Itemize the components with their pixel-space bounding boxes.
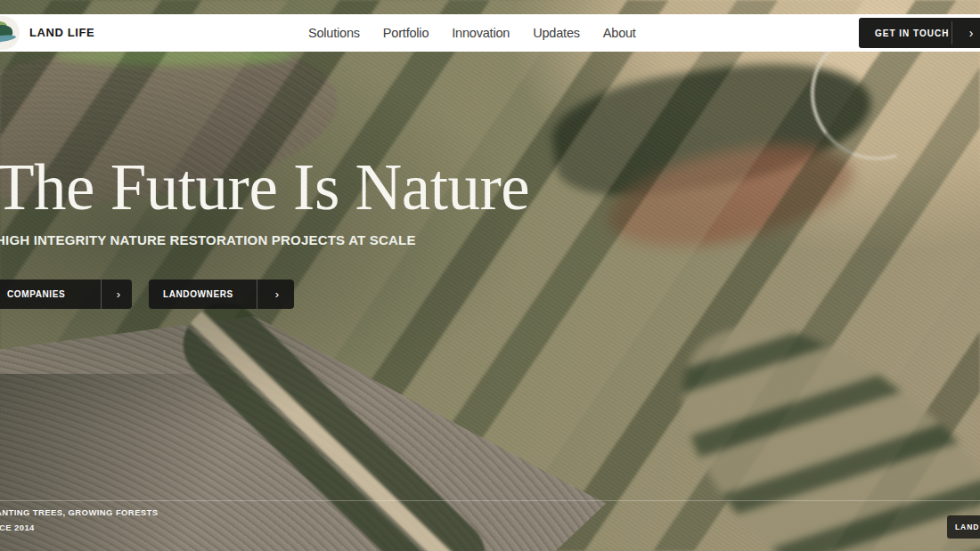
nav-item-portfolio[interactable]: Portfolio [383,26,429,40]
land-life-logo-icon[interactable] [0,16,20,50]
companies-button[interactable]: COMPANIES › [0,280,132,309]
chevron-right-icon: › [105,280,132,309]
chevron-right-icon: › [960,18,980,48]
brand-name[interactable]: LAND LIFE [29,14,94,52]
logo-river-shape [0,34,16,45]
button-divider [101,280,102,309]
nav-item-about[interactable]: About [603,26,636,40]
page: LAND LIFE Solutions Portfolio Innovation… [0,0,980,551]
badge-label: LAND LIFE [947,523,980,531]
companies-button-label: COMPANIES [0,289,65,299]
get-in-touch-label: GET IN TOUCH [859,28,949,38]
nav-links: Solutions Portfolio Innovation Updates A… [308,14,636,52]
land-life-badge[interactable]: LAND LIFE [947,515,980,539]
footer-since: SINCE 2014 [0,523,35,532]
bg-vignette [0,0,980,551]
get-in-touch-button[interactable]: GET IN TOUCH › [859,18,980,48]
nav-item-updates[interactable]: Updates [533,26,580,40]
hero-title: The Future Is Nature [0,155,529,220]
chevron-right-icon: › [264,280,290,309]
bg-horizontal-line [0,500,980,501]
footer-tagline: PLANTING TREES, GROWING FORESTS [0,507,159,517]
nav-item-solutions[interactable]: Solutions [308,26,360,40]
nav-item-innovation[interactable]: Innovation [452,26,510,40]
cta-divider [951,21,952,45]
landowners-button[interactable]: LANDOWNERS › [149,280,294,309]
button-divider [257,280,257,309]
landowners-button-label: LANDOWNERS [149,289,233,299]
top-navbar: LAND LIFE Solutions Portfolio Innovation… [0,14,980,52]
hero-subtitle: HIGH INTEGRITY NATURE RESTORATION PROJEC… [0,232,416,247]
hero-background-photo [0,0,980,551]
